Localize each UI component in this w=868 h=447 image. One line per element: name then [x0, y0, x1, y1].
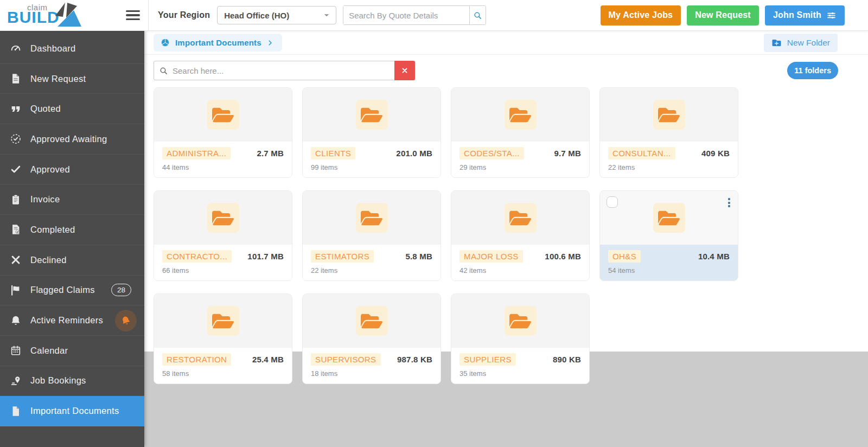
sidebar-item-approved[interactable]: Approved [0, 155, 144, 185]
folder-items-count: 29 items [451, 162, 589, 177]
sidebar-item-label: Invoice [30, 194, 60, 205]
app-logo[interactable]: claim BUILD [0, 0, 126, 30]
search-icon[interactable] [469, 6, 486, 24]
folder-items-count: 22 items [303, 265, 441, 280]
sidebar-nav: DashboardNew RequestQuotedApproved Await… [0, 31, 144, 447]
folder-open-icon [356, 100, 388, 130]
sidebar-item-label: Calendar [30, 346, 68, 356]
sidebar-item-label: Flagged Claims [30, 285, 95, 295]
caret-down-icon [323, 11, 330, 19]
search-icon [154, 61, 173, 80]
sidebar-item-label: Quoted [30, 104, 61, 114]
folder-open-icon [505, 100, 537, 130]
folder-thumbnail [451, 294, 589, 348]
bell-icon [10, 315, 22, 327]
folder-items-count: 54 items [600, 265, 738, 280]
folder-size: 2.7 MB [257, 149, 284, 158]
folder-open-icon [207, 306, 239, 336]
my-active-jobs-button[interactable]: My Active Jobs [601, 5, 681, 25]
folder-thumbnail [303, 88, 441, 142]
folder-name: ADMINISTRA... [162, 147, 231, 159]
folder-card-codes-sta[interactable]: CODES/STA...9.7 MB29 items [451, 87, 590, 178]
folder-card-contracto[interactable]: CONTRACTO...101.7 MB66 items [154, 190, 292, 281]
folder-thumbnail [451, 191, 589, 245]
folder-size: 987.8 KB [397, 355, 432, 364]
folder-thumbnail [600, 191, 738, 245]
sidebar-item-approved-awaiting[interactable]: Approved Awaiting [0, 124, 144, 155]
new-request-button[interactable]: New Request [687, 5, 759, 25]
new-folder-label: New Folder [787, 38, 830, 48]
kebab-menu-icon[interactable] [725, 196, 733, 209]
logo-triangle-icon [49, 2, 84, 28]
folder-card-estimators[interactable]: ESTIMATORS5.8 MB22 items [302, 190, 441, 281]
folder-card-clients[interactable]: CLIENTS201.0 MB99 items [302, 87, 441, 178]
sidebar-item-dashboard[interactable]: Dashboard [0, 34, 144, 64]
folder-open-icon [356, 306, 388, 336]
sidebar-item-flagged-claims[interactable]: Flagged Claims28 [0, 276, 144, 306]
folder-open-icon [207, 203, 239, 233]
user-name: John Smith [773, 10, 821, 20]
sidebar-item-calendar[interactable]: Calendar [0, 336, 144, 366]
folder-size: 201.0 MB [396, 149, 432, 158]
folder-thumbnail [600, 88, 738, 142]
folder-size: 890 KB [553, 355, 581, 364]
sliders-icon [826, 10, 837, 21]
menu-toggle-icon[interactable] [126, 10, 140, 21]
folder-thumbnail [451, 88, 589, 142]
x-icon [10, 254, 22, 266]
quote-icon [10, 103, 22, 115]
sidebar-item-active-reminders[interactable]: Active Reminders [0, 305, 144, 336]
region-select[interactable]: Head Office (HO) [217, 6, 336, 24]
folder-items-count: 42 items [451, 265, 589, 280]
file-icon [10, 73, 22, 85]
folder-size: 25.4 MB [252, 355, 284, 364]
folder-items-count: 66 items [154, 265, 292, 280]
folder-name: OH&S [608, 250, 641, 263]
folder-card-suppliers[interactable]: SUPPLIERS890 KB35 items [451, 293, 590, 384]
folder-select-checkbox[interactable] [607, 196, 618, 208]
sidebar-item-label: Dashboard [30, 43, 75, 54]
sidebar-item-new-request[interactable]: New Request [0, 64, 144, 94]
folder-card-oh-s[interactable]: OH&S10.4 MB54 items [599, 190, 738, 281]
clipboard-icon [10, 194, 22, 206]
folder-card-supervisors[interactable]: SUPERVISORS987.8 KB18 items [302, 293, 441, 384]
folder-thumbnail [303, 191, 441, 245]
sidebar-item-label: Declined [30, 255, 67, 265]
folder-search-box [154, 61, 415, 80]
folder-card-major-loss[interactable]: MAJOR LOSS100.6 MB42 items [451, 190, 590, 281]
folder-name: SUPPLIERS [459, 353, 516, 366]
sidebar-item-label: Active Reminders [30, 315, 103, 325]
quote-search-input[interactable] [343, 6, 469, 24]
active-reminder-bell-icon[interactable] [115, 310, 137, 331]
sidebar-item-completed[interactable]: Completed [0, 215, 144, 245]
quote-search-box [343, 5, 486, 25]
folder-open-icon [207, 100, 239, 130]
sidebar-item-important-documents[interactable]: Important Documents [0, 396, 144, 426]
folder-name: CODES/STA... [459, 147, 524, 159]
sidebar-item-declined[interactable]: Declined [0, 245, 144, 276]
folder-name: CONTRACTO... [162, 250, 232, 263]
user-menu-button[interactable]: John Smith [765, 5, 845, 25]
sidebar-item-job-bookings[interactable]: Job Bookings [0, 366, 144, 397]
file-check-icon [10, 224, 22, 235]
sidebar-item-invoice[interactable]: Invoice [0, 184, 144, 215]
folder-card-restoration[interactable]: RESTORATION25.4 MB58 items [154, 293, 292, 384]
sidebar-item-quoted[interactable]: Quoted [0, 94, 144, 124]
sidebar-item-label: Job Bookings [30, 375, 86, 386]
new-folder-button[interactable]: New Folder [764, 34, 838, 52]
folder-size: 100.6 MB [545, 252, 581, 261]
folders-count-badge: 11 folders [787, 62, 838, 79]
folder-name: SUPERVISORS [311, 353, 381, 366]
breadcrumb[interactable]: Important Documents [154, 34, 282, 52]
folder-card-administra[interactable]: ADMINISTRA...2.7 MB44 items [154, 87, 292, 178]
region-select-value: Head Office (HO) [224, 11, 289, 20]
x-icon [401, 67, 408, 74]
clear-search-button[interactable] [394, 61, 415, 80]
folder-thumbnail [303, 294, 441, 348]
folder-items-count: 22 items [600, 162, 738, 177]
folder-open-icon [505, 203, 537, 233]
folder-search-input[interactable] [173, 61, 395, 80]
pie-icon [161, 38, 170, 47]
folder-card-consultan[interactable]: CONSULTAN...409 KB22 items [599, 87, 738, 178]
folder-items-count: 99 items [303, 162, 441, 177]
